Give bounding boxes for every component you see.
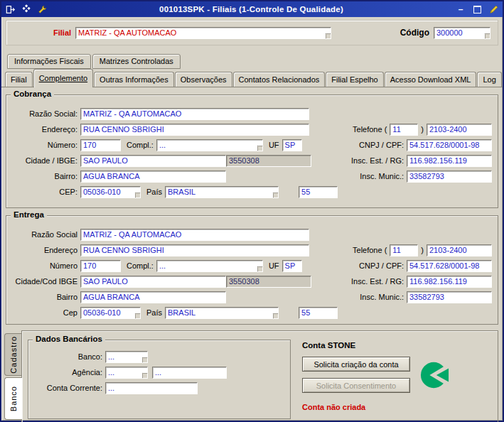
window-title: 001013SPK - Filiais (1-Controle De Quali… (48, 5, 455, 13)
tab-informacoes-fiscais[interactable]: Informações Fiscais (7, 54, 91, 69)
cobranca-numero-field[interactable]: 170 (80, 139, 121, 151)
telefone-value: 2103-2400 (429, 125, 467, 134)
banco-tab-panel: Dados Bancários Banco: ... Agência: ... … (21, 330, 498, 422)
side-tab-cadastro-label: Cadastro (9, 336, 18, 374)
conta-corrente-value: ... (108, 384, 114, 392)
cnpj-label: CNPJ / CPF: (359, 141, 407, 149)
tab-matrizes-controladas[interactable]: Matrizes Controladas (92, 54, 181, 69)
conta-corrente-field[interactable]: ... (105, 382, 198, 394)
entrega-endereco-field[interactable]: RUA CENNO SBRIGHI (80, 244, 309, 256)
cobranca-cep-field[interactable]: 05036-010 (80, 186, 141, 198)
cobranca-insc-mun-field[interactable]: 33582793 (407, 171, 492, 183)
exit-icon[interactable] (5, 4, 16, 15)
agencia-field[interactable]: ... (105, 367, 148, 379)
cobranca-complemento-field[interactable]: ... (156, 139, 263, 151)
insc-est-value: 116.982.156.119 (409, 156, 467, 165)
codigo-field[interactable]: 300000 (434, 27, 490, 39)
filial-label: Filial (53, 28, 71, 37)
tab-observacoes[interactable]: Observações (175, 72, 232, 87)
solicita-criacao-button[interactable]: Solicita criação da conta (302, 357, 410, 372)
entrega-insc-mun-field[interactable]: 33582793 (407, 291, 492, 303)
main-tab-strip: Filial Complemento Outras Informações Ob… (1, 69, 503, 87)
ddd-value: 11 (392, 125, 400, 134)
lookup-corner-icon (142, 357, 147, 362)
entrega-cep-field[interactable]: 05036-010 (80, 307, 141, 319)
entrega-ddi-field[interactable]: 55 (299, 307, 338, 319)
edit-pencil-icon[interactable] (488, 4, 499, 14)
tab-acesso-download-xml[interactable]: Acesso Download XML (385, 72, 477, 87)
bairro-value: AGUA BRANCA (83, 293, 139, 301)
insc-mun-value: 33582793 (409, 172, 444, 180)
entrega-cnpj-field[interactable]: 54.517.628/0001-98 (407, 260, 492, 272)
cobranca-ddi-field[interactable]: 55 (299, 186, 338, 198)
cobranca-pais-field[interactable]: BRASIL (165, 186, 279, 198)
insc-est-label: Insc. Est. / RG: (351, 156, 407, 165)
bairro-label: Bairro (12, 293, 80, 301)
entrega-ddd-field[interactable]: 11 (390, 244, 418, 256)
pais-value: BRASIL (168, 308, 195, 317)
cobranca-cidade-field[interactable]: SAO PAULO (80, 155, 226, 167)
entrega-bairro-field[interactable]: AGUA BRANCA (80, 291, 226, 303)
bottom-section: Cadastro Banco Dados Bancários Banco: ..… (4, 330, 498, 422)
header-panel: Filial MATRIZ - QA AUTOMACAO Código 3000… (6, 20, 498, 45)
entrega-numero-field[interactable]: 170 (80, 260, 121, 272)
entrega-razao-row: Razão Social MATRIZ - QA AUTOMACAO (6, 227, 498, 242)
cobranca-inscmun-group: Insc. Munic.: 33582793 (323, 171, 492, 183)
cobranca-inscest-group: Insc. Est. / RG: 116.982.156.119 (323, 155, 492, 167)
maximize-button[interactable] (471, 4, 483, 14)
tab-content: Cobrança Razão Social: MATRIZ - QA AUTOM… (1, 87, 503, 325)
pais-label: País (146, 308, 165, 317)
conta-corrente-row: Conta Corrente: ... (28, 380, 290, 396)
cobranca-bairro-field[interactable]: AGUA BRANCA (80, 171, 226, 183)
banco-field[interactable]: ... (105, 351, 148, 363)
telefone-close-paren: ) (418, 246, 427, 254)
conta-corrente-label: Conta Corrente: (34, 384, 105, 392)
tab-complemento[interactable]: Complemento (33, 69, 93, 87)
agencia-desc-field[interactable]: ... (152, 367, 227, 379)
side-tab-banco[interactable]: Banco (4, 377, 22, 420)
cobranca-ddd-field[interactable]: 11 (390, 124, 418, 136)
cobranca-telefone-field[interactable]: 2103-2400 (427, 124, 492, 136)
solicita-consentimento-button[interactable]: Solicita Consentimento (302, 378, 410, 393)
insc-mun-value: 33582793 (409, 293, 444, 301)
cobranca-endereco-field[interactable]: RUA CENNO SBRIGHI (80, 124, 309, 136)
side-tab-strip: Cadastro Banco (4, 330, 21, 422)
entrega-telefone-group: Telefone ( 11 ) 2103-2400 (323, 244, 492, 256)
entrega-insc-est-field[interactable]: 116.982.156.119 (407, 276, 492, 288)
ibge-value: 3550308 (229, 156, 259, 165)
cobranca-cidade-row: Cidade / IBGE: SAO PAULO 3550308 Insc. E… (6, 153, 498, 168)
minimize-button[interactable]: – (455, 4, 466, 14)
entrega-razao-social-field[interactable]: MATRIZ - QA AUTOMACAO (80, 229, 309, 241)
entrega-cidade-field[interactable]: SAO PAULO (80, 276, 226, 288)
entrega-inscmun-group: Insc. Munic.: 33582793 (323, 291, 492, 303)
entrega-complemento-field[interactable]: ... (156, 260, 263, 272)
entrega-telefone-field[interactable]: 2103-2400 (427, 244, 492, 256)
cobranca-razao-social-field[interactable]: MATRIZ - QA AUTOMACAO (80, 108, 309, 120)
entrega-pais-field[interactable]: BRASIL (165, 307, 279, 319)
dados-bancarios-group: Dados Bancários Banco: ... Agência: ... … (28, 340, 291, 419)
tab-log[interactable]: Log (477, 72, 501, 87)
entrega-uf-field[interactable]: SP (282, 260, 302, 272)
wrench-icon[interactable] (36, 4, 48, 15)
cobranca-cnpj-field[interactable]: 54.517.628/0001-98 (407, 139, 492, 151)
app-logo-icon (21, 4, 32, 15)
cobranca-insc-est-field[interactable]: 116.982.156.119 (407, 155, 492, 167)
cobranca-uf-field[interactable]: SP (282, 139, 302, 151)
stone-actions-row: Solicita criação da conta Solicita Conse… (302, 357, 492, 393)
tab-filial[interactable]: Filial (5, 72, 33, 87)
filial-field[interactable]: MATRIZ - QA AUTOMACAO (75, 27, 331, 39)
codigo-label: Código (400, 28, 429, 38)
telefone-value: 2103-2400 (429, 246, 467, 254)
cobranca-numero-row: Número: 170 Compl.: ... UF SP CNPJ / CPF… (6, 137, 498, 153)
tab-filial-espelho[interactable]: Filial Espelho (326, 72, 383, 87)
filial-value: MATRIZ - QA AUTOMACAO (78, 28, 176, 37)
entrega-inscest-group: Insc. Est. / RG: 116.982.156.119 (323, 276, 492, 288)
tab-outras-informacoes[interactable]: Outras Informações (94, 72, 174, 87)
side-tab-cadastro[interactable]: Cadastro (4, 333, 21, 376)
ddi-value: 55 (301, 308, 310, 317)
tab-contatos-relacionados[interactable]: Contatos Relacionados (233, 72, 326, 87)
cep-label: CEP: (12, 188, 80, 196)
pais-label: País (146, 188, 165, 196)
ibge-value: 3550308 (229, 277, 259, 286)
window-controls: – (455, 4, 499, 14)
